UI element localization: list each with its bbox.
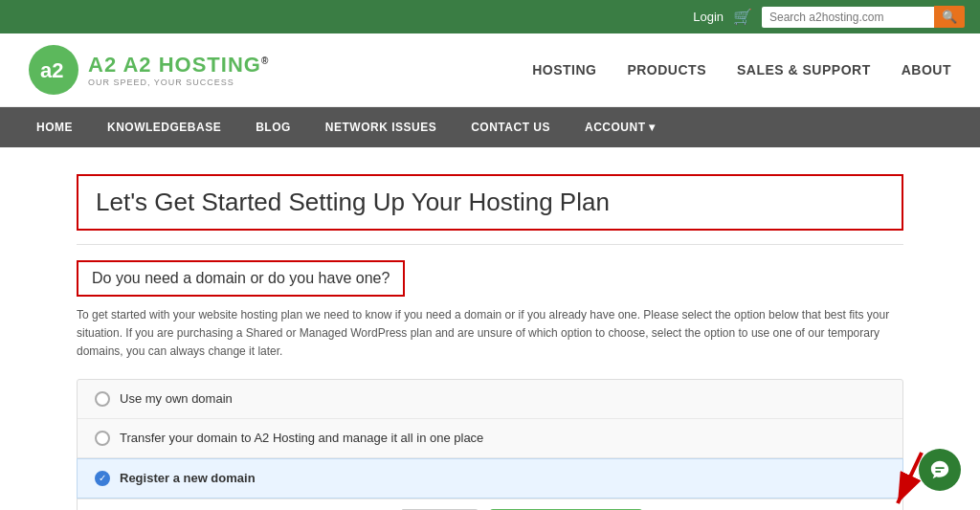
secnav-account[interactable]: ACCOUNT ▾ <box>568 107 673 147</box>
domain-question-box: Do you need a domain or do you have one? <box>77 260 405 297</box>
chat-icon-svg <box>929 459 950 480</box>
logo-icon: a2 <box>29 45 78 95</box>
divider <box>77 244 903 245</box>
page-title-box: Let's Get Started Setting Up Your Hostin… <box>77 174 903 231</box>
nav-about[interactable]: ABOUT <box>902 62 951 78</box>
logo[interactable]: a2 A2 A2 HOSTING® OUR SPEED, YOUR SUCCES… <box>29 45 269 95</box>
svg-text:a2: a2 <box>40 58 63 82</box>
main-nav: HOSTING PRODUCTS SALES & SUPPORT ABOUT <box>532 62 951 78</box>
search-button[interactable]: 🔍 <box>934 6 965 28</box>
option-own-domain[interactable]: Use my own domain <box>78 380 902 419</box>
nav-sales-support[interactable]: SALES & SUPPORT <box>737 62 871 78</box>
logo-text: A2 A2 HOSTING® OUR SPEED, YOUR SUCCESS <box>88 53 269 87</box>
secnav-home[interactable]: HOME <box>19 107 90 147</box>
domain-input-row: WWW. .com .net .org .info .biz Check Ava… <box>78 499 902 510</box>
option-transfer-domain-label: Transfer your domain to A2 Hosting and m… <box>120 431 483 445</box>
logo-name: A2 A2 HOSTING® <box>88 53 269 78</box>
logo-a2: A2 <box>88 53 122 77</box>
option-register-domain[interactable]: Register a new domain <box>77 458 903 499</box>
options-panel: Use my own domain Transfer your domain t… <box>77 379 903 510</box>
search-input[interactable] <box>762 7 934 28</box>
logo-tagline: OUR SPEED, YOUR SUCCESS <box>88 78 269 87</box>
radio-transfer-domain[interactable] <box>95 431 110 446</box>
secnav-contact-us[interactable]: CONTACT US <box>454 107 568 147</box>
domain-question: Do you need a domain or do you have one? <box>92 270 390 286</box>
option-own-domain-label: Use my own domain <box>120 391 233 406</box>
main-content: Let's Get Started Setting Up Your Hostin… <box>0 147 980 510</box>
logo-registered: ® <box>261 55 269 66</box>
cart-icon[interactable]: 🛒 <box>733 8 752 26</box>
nav-products[interactable]: PRODUCTS <box>627 62 706 78</box>
logo-hosting: A2 HOSTING <box>122 53 260 77</box>
header: a2 A2 A2 HOSTING® OUR SPEED, YOUR SUCCES… <box>0 33 980 107</box>
search-form: 🔍 <box>762 6 965 28</box>
secnav-knowledgebase[interactable]: KNOWLEDGEBASE <box>90 107 238 147</box>
option-transfer-domain[interactable]: Transfer your domain to A2 Hosting and m… <box>78 419 902 458</box>
top-bar: Login 🛒 🔍 <box>0 0 980 33</box>
option-register-domain-label: Register a new domain <box>120 471 256 485</box>
secnav-network-issues[interactable]: NETWORK ISSUES <box>308 107 454 147</box>
secnav-blog[interactable]: BLOG <box>238 107 308 147</box>
secondary-nav: HOME KNOWLEDGEBASE BLOG NETWORK ISSUES C… <box>0 107 980 147</box>
domain-description: To get started with your website hosting… <box>77 306 903 362</box>
radio-own-domain[interactable] <box>95 391 110 407</box>
radio-register-domain[interactable] <box>95 471 110 486</box>
chat-icon-button[interactable] <box>919 449 961 491</box>
nav-hosting[interactable]: HOSTING <box>532 62 596 78</box>
login-link[interactable]: Login <box>693 10 724 24</box>
page-title: Let's Get Started Setting Up Your Hostin… <box>96 188 884 217</box>
